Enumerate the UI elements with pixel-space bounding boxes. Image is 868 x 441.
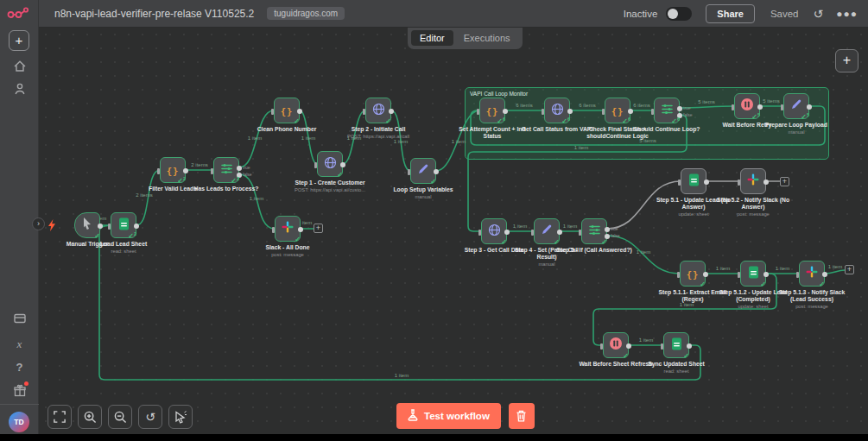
project-badge[interactable]: tuguidragos.com (267, 7, 345, 20)
input-port[interactable] (108, 224, 111, 230)
output-port[interactable] (677, 106, 682, 111)
get-call-status-from-vapi-node[interactable]: ✓6Get Call Status from VAPI (544, 98, 570, 123)
output-port[interactable] (807, 104, 812, 110)
input-port[interactable] (651, 109, 654, 115)
connection-edge[interactable] (825, 270, 845, 274)
input-port[interactable] (600, 343, 603, 350)
step-3-get-call-data-node[interactable]: ✓Step 3 - Get Call Data (481, 218, 507, 244)
output-port[interactable] (822, 272, 827, 277)
step-5-1-3-notify-slack-lead-success-node[interactable]: ✓Step 5.1.3 - Notify Slack (Lead Success… (799, 261, 825, 287)
input-port[interactable] (738, 272, 740, 278)
input-port[interactable] (272, 227, 275, 233)
input-port[interactable] (531, 230, 534, 236)
output-port[interactable] (763, 272, 769, 277)
output-port[interactable] (134, 224, 139, 229)
has-leads-to-process-node[interactable]: truefalse✓2Has Leads to Process? (213, 157, 239, 183)
connection-edge[interactable] (239, 174, 275, 229)
step-5-1-1-extract-email-regex-node[interactable]: {}✓Step 5.1.1- Extract Email (Regex) (680, 261, 706, 287)
slack-all-done-node[interactable]: ✓Slack - All Donepost: message (275, 216, 301, 242)
input-port[interactable] (477, 109, 479, 115)
output-port[interactable] (605, 227, 610, 232)
output-port[interactable] (297, 109, 302, 114)
output-port[interactable] (704, 180, 709, 185)
load-lead-sheet-node[interactable]: ✓2Load Lead Sheetread: sheet (111, 212, 136, 238)
input-port[interactable] (738, 180, 740, 186)
input-port[interactable] (363, 109, 365, 115)
activate-toggle[interactable] (666, 7, 692, 21)
input-port[interactable] (478, 230, 481, 236)
step-2-initiate-call-node[interactable]: ✓Step 2 - Initiate CallPOST: https://api… (365, 98, 391, 123)
check-final-status-node[interactable]: {}✓6Check Final Status + shouldContinue … (605, 98, 630, 123)
manual-trigger-node[interactable]: ✓Manual Trigger (74, 212, 100, 238)
step-5-if-call-answered-node[interactable]: truefalse✓Step 5 - If (Call Answered?) (581, 218, 607, 244)
tab-executions[interactable]: Executions (455, 30, 519, 46)
output-port[interactable] (183, 168, 188, 173)
input-port[interactable] (732, 104, 734, 110)
step-4-set-parse-call-result-node[interactable]: ✓Step 4 - Set (Parse Call Result)manual (534, 218, 560, 244)
output-port[interactable] (98, 224, 103, 229)
prepare-loop-payload-node[interactable]: ✓5Prepare Loop Payloadmanual (783, 93, 809, 119)
loop-setup-variables-node[interactable]: ✓Loop Setup Variablesmanual (410, 158, 436, 184)
n8n-logo-icon[interactable] (7, 6, 31, 24)
input-port[interactable] (661, 343, 663, 350)
personal-icon[interactable] (12, 81, 27, 96)
output-port[interactable] (557, 230, 562, 235)
filter-valid-leads-node[interactable]: {}✓2Filter Valid Leads (160, 157, 186, 183)
templates-icon[interactable] (12, 311, 27, 325)
user-avatar[interactable]: TD (9, 412, 29, 432)
workflow-title[interactable]: n8n-vapi-lead-verifier-pre-relase V11052… (54, 8, 254, 20)
input-port[interactable] (602, 109, 605, 115)
output-port[interactable] (628, 109, 633, 114)
input-port[interactable] (677, 272, 680, 278)
input-port[interactable] (408, 169, 410, 175)
input-port[interactable] (314, 162, 317, 168)
input-port[interactable] (579, 230, 581, 236)
clean-phone-number-node[interactable]: {}✓Clean Phone Number (274, 98, 300, 123)
should-continue-loop-node[interactable]: truefalse✓6Should Continue Loop? (654, 98, 680, 123)
help-icon[interactable]: ? (12, 360, 27, 375)
output-port[interactable] (703, 272, 708, 277)
sync-updated-sheet-node[interactable]: ✓Sync Updated Sheetread: sheet (663, 332, 689, 358)
output-port[interactable] (626, 343, 631, 349)
input-port[interactable] (157, 168, 160, 174)
output-port[interactable] (237, 166, 242, 171)
input-port[interactable] (781, 104, 783, 110)
wait-before-sheet-refresh-node[interactable]: ✓Wait Before Sheet Refresh (603, 332, 629, 358)
output-port[interactable] (763, 180, 769, 185)
output-port[interactable] (757, 104, 763, 110)
output-port[interactable] (389, 109, 394, 114)
output-port[interactable] (567, 109, 573, 114)
output-port[interactable] (340, 162, 345, 167)
connection-edge[interactable] (607, 236, 680, 274)
connection-edge[interactable] (136, 170, 160, 225)
output-port[interactable] (434, 169, 439, 174)
workflow-canvas[interactable]: + ↺ Test workflow (39, 28, 868, 434)
set-attempt-count-init-status-node[interactable]: {}✓6Set Attempt Count + Init Status (479, 98, 505, 123)
history-icon[interactable]: ↺ (814, 7, 824, 21)
input-port[interactable] (542, 109, 544, 115)
output-port[interactable] (503, 109, 508, 114)
input-port[interactable] (271, 109, 274, 115)
output-port[interactable] (687, 343, 692, 349)
add-node-endpoint[interactable]: + (845, 265, 854, 274)
share-button[interactable]: Share (706, 4, 755, 23)
add-node-endpoint[interactable]: + (780, 177, 789, 186)
input-port[interactable] (796, 272, 799, 278)
add-workflow-button[interactable]: + (9, 30, 29, 51)
output-port[interactable] (504, 230, 510, 235)
output-port[interactable] (298, 227, 303, 232)
add-node-endpoint[interactable]: + (314, 224, 323, 233)
home-icon[interactable] (12, 59, 27, 73)
step-1-create-customer-node[interactable]: ✓Step 1 - Create CustomerPOST: https://a… (317, 151, 343, 177)
sidebar-collapse-handle[interactable]: › (32, 217, 45, 230)
step-5-1-2-update-lead-completed-node[interactable]: ✓Step 5.1.2 - Update Lead (Completed)upd… (740, 261, 766, 287)
more-options-icon[interactable]: ●●● (836, 8, 858, 20)
step-5-1-update-lead-no-answer-node[interactable]: Step 5.1 - Update Lead (No Answer)update… (681, 168, 706, 194)
tab-editor[interactable]: Editor (411, 30, 453, 46)
variables-icon[interactable]: x (12, 337, 27, 351)
wait-before-retry-node[interactable]: ✓5Wait Before Retry (734, 93, 760, 119)
step-5-2-notify-slack-no-answer-node[interactable]: Step 5.2 - Notify Slack (No Answer)post:… (740, 168, 766, 194)
whats-new-icon[interactable] (12, 383, 27, 398)
input-port[interactable] (678, 180, 681, 186)
input-port[interactable] (211, 168, 213, 174)
